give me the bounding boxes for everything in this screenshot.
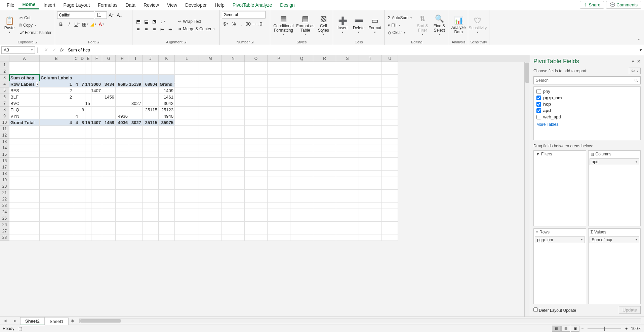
cell[interactable] bbox=[290, 171, 313, 177]
cell[interactable] bbox=[9, 209, 40, 215]
cell[interactable] bbox=[73, 87, 79, 94]
increase-decimal-icon[interactable]: .00→ bbox=[246, 20, 253, 28]
decrease-decimal-icon[interactable]: ←.0 bbox=[254, 20, 261, 28]
cell[interactable] bbox=[102, 145, 116, 151]
cell[interactable] bbox=[91, 228, 102, 234]
cell[interactable] bbox=[129, 171, 143, 177]
cell[interactable] bbox=[9, 145, 40, 151]
cell[interactable] bbox=[85, 177, 91, 183]
cell[interactable] bbox=[245, 81, 268, 87]
cell[interactable] bbox=[382, 164, 398, 171]
cell[interactable] bbox=[116, 68, 129, 75]
rows-area[interactable]: ≡Rows pgrp_nm▾ bbox=[533, 228, 586, 304]
cell[interactable] bbox=[79, 222, 85, 228]
font-name-input[interactable] bbox=[57, 11, 94, 19]
cell[interactable] bbox=[359, 209, 382, 215]
cell[interactable] bbox=[222, 139, 245, 145]
cell[interactable] bbox=[9, 234, 40, 241]
cell[interactable] bbox=[9, 62, 40, 68]
cell[interactable] bbox=[116, 132, 129, 139]
cell[interactable]: 1459 bbox=[102, 94, 116, 100]
cell[interactable] bbox=[102, 222, 116, 228]
cell[interactable] bbox=[73, 68, 79, 75]
cell[interactable] bbox=[73, 107, 79, 113]
comments-button[interactable]: 💬 Comments bbox=[606, 1, 641, 9]
cell[interactable] bbox=[175, 126, 199, 132]
cell[interactable] bbox=[175, 94, 199, 100]
currency-icon[interactable]: $▾ bbox=[222, 20, 229, 28]
cell[interactable] bbox=[313, 100, 336, 107]
cell[interactable] bbox=[91, 222, 102, 228]
cell[interactable] bbox=[245, 100, 268, 107]
cell[interactable] bbox=[359, 222, 382, 228]
cell[interactable] bbox=[313, 228, 336, 234]
cell[interactable] bbox=[382, 177, 398, 183]
cell[interactable] bbox=[85, 151, 91, 158]
cell[interactable] bbox=[290, 126, 313, 132]
cell[interactable] bbox=[336, 132, 359, 139]
cell[interactable] bbox=[159, 171, 175, 177]
cell[interactable] bbox=[129, 209, 143, 215]
cell[interactable] bbox=[222, 234, 245, 241]
cell[interactable] bbox=[116, 234, 129, 241]
cell[interactable] bbox=[102, 139, 116, 145]
cell[interactable] bbox=[102, 196, 116, 202]
align-bottom-icon[interactable]: ⬔ bbox=[151, 18, 158, 25]
cell[interactable] bbox=[79, 158, 85, 164]
cell[interactable] bbox=[116, 202, 129, 209]
cell[interactable] bbox=[73, 132, 79, 139]
cell[interactable] bbox=[85, 145, 91, 151]
cell[interactable]: 15 bbox=[85, 119, 91, 126]
sheet-tab-sheet1[interactable]: Sheet1 bbox=[45, 318, 69, 325]
column-header[interactable]: A bbox=[9, 55, 40, 62]
cell[interactable] bbox=[159, 126, 175, 132]
cell[interactable] bbox=[199, 151, 222, 158]
cell[interactable] bbox=[290, 209, 313, 215]
cell[interactable]: 3000 bbox=[91, 81, 102, 87]
cell[interactable] bbox=[359, 119, 382, 126]
cell[interactable] bbox=[222, 132, 245, 139]
cell[interactable] bbox=[359, 171, 382, 177]
cell[interactable] bbox=[40, 222, 73, 228]
cell[interactable] bbox=[313, 215, 336, 222]
cell[interactable] bbox=[116, 62, 129, 68]
cell[interactable] bbox=[175, 119, 199, 126]
cell[interactable] bbox=[359, 113, 382, 119]
cell[interactable] bbox=[175, 100, 199, 107]
cell[interactable] bbox=[40, 126, 73, 132]
cell[interactable] bbox=[222, 62, 245, 68]
cell[interactable] bbox=[116, 145, 129, 151]
insert-cells-button[interactable]: ➕Insert▾ bbox=[335, 13, 350, 37]
cell[interactable] bbox=[116, 183, 129, 190]
column-header[interactable]: C bbox=[73, 55, 79, 62]
cell[interactable] bbox=[175, 132, 199, 139]
cell[interactable] bbox=[85, 113, 91, 119]
cell[interactable] bbox=[222, 126, 245, 132]
cell[interactable] bbox=[268, 202, 290, 209]
row-header[interactable]: 6 bbox=[0, 94, 9, 100]
chevron-down-icon[interactable]: ▾ bbox=[632, 59, 634, 64]
cell[interactable] bbox=[336, 62, 359, 68]
column-header[interactable]: L bbox=[175, 55, 199, 62]
cell[interactable] bbox=[40, 132, 73, 139]
cell[interactable] bbox=[9, 183, 40, 190]
cell[interactable] bbox=[85, 222, 91, 228]
row-header[interactable]: 12 bbox=[0, 132, 9, 139]
cell[interactable] bbox=[9, 196, 40, 202]
cell[interactable] bbox=[129, 164, 143, 171]
cell[interactable]: Sum of hcp bbox=[9, 75, 40, 81]
column-header[interactable]: Q bbox=[290, 55, 313, 62]
slider-handle[interactable] bbox=[604, 327, 605, 331]
cell[interactable]: 4 bbox=[73, 113, 79, 119]
cell[interactable] bbox=[91, 75, 102, 81]
cell[interactable] bbox=[85, 126, 91, 132]
cell[interactable]: 3027 bbox=[129, 119, 143, 126]
cell[interactable] bbox=[159, 183, 175, 190]
values-area[interactable]: ΣValues Sum of hcp▾ bbox=[588, 228, 641, 304]
cell[interactable] bbox=[382, 171, 398, 177]
cell[interactable] bbox=[129, 113, 143, 119]
cell[interactable] bbox=[91, 209, 102, 215]
cell[interactable] bbox=[290, 190, 313, 196]
cell[interactable] bbox=[199, 87, 222, 94]
sheet-tab-sheet2[interactable]: Sheet2 bbox=[20, 317, 45, 325]
